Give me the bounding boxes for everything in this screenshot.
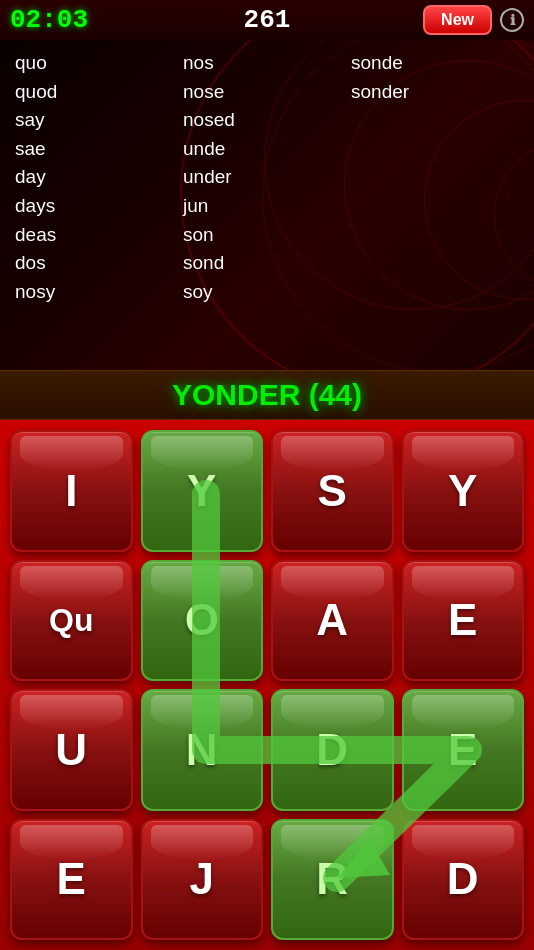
- word-item: sonde: [351, 50, 519, 77]
- word-item: son: [183, 222, 351, 249]
- letter-tile-n[interactable]: N: [141, 689, 264, 811]
- word-item: sae: [15, 136, 183, 163]
- word-item: under: [183, 164, 351, 191]
- word-column-2: nosnosenosedundeunderjunsonsondsoy: [183, 50, 351, 305]
- word-list-area: quoquodsaysaedaydaysdeasdosnosy nosnosen…: [0, 40, 534, 370]
- new-game-button[interactable]: New: [423, 5, 492, 35]
- letter-tile-e[interactable]: E: [10, 819, 133, 941]
- current-word-bar: YONDER (44): [0, 370, 534, 420]
- word-item: unde: [183, 136, 351, 163]
- letter-tile-u[interactable]: U: [10, 689, 133, 811]
- word-item: nosy: [15, 279, 183, 306]
- letter-tile-i[interactable]: I: [10, 430, 133, 552]
- letter-tile-s[interactable]: S: [271, 430, 394, 552]
- letter-tile-e[interactable]: E: [402, 560, 525, 682]
- letter-tile-e[interactable]: E: [402, 689, 525, 811]
- word-item: nos: [183, 50, 351, 77]
- current-word-display: YONDER (44): [172, 378, 362, 412]
- letter-tile-y[interactable]: Y: [141, 430, 264, 552]
- letter-tile-a[interactable]: A: [271, 560, 394, 682]
- header: 02:03 261 New ℹ: [0, 0, 534, 40]
- word-item: days: [15, 193, 183, 220]
- word-item: day: [15, 164, 183, 191]
- word-item: say: [15, 107, 183, 134]
- letter-tile-d[interactable]: D: [402, 819, 525, 941]
- word-item: sonder: [351, 79, 519, 106]
- letter-tile-y[interactable]: Y: [402, 430, 525, 552]
- letter-tile-r[interactable]: R: [271, 819, 394, 941]
- info-icon: ℹ: [510, 12, 515, 28]
- word-column-3: sondesonder: [351, 50, 519, 305]
- letter-tile-j[interactable]: J: [141, 819, 264, 941]
- word-item: soy: [183, 279, 351, 306]
- word-item: quo: [15, 50, 183, 77]
- info-button[interactable]: ℹ: [500, 8, 524, 32]
- word-item: nosed: [183, 107, 351, 134]
- timer-display: 02:03: [10, 5, 88, 35]
- word-item: nose: [183, 79, 351, 106]
- word-item: dos: [15, 250, 183, 277]
- letter-tile-o[interactable]: O: [141, 560, 264, 682]
- letter-tile-d[interactable]: D: [271, 689, 394, 811]
- letter-tile-qu[interactable]: Qu: [10, 560, 133, 682]
- word-item: jun: [183, 193, 351, 220]
- word-item: quod: [15, 79, 183, 106]
- word-columns: quoquodsaysaedaydaysdeasdosnosy nosnosen…: [15, 50, 519, 305]
- word-column-1: quoquodsaysaedaydaysdeasdosnosy: [15, 50, 183, 305]
- word-item: sond: [183, 250, 351, 277]
- word-item: deas: [15, 222, 183, 249]
- score-display: 261: [244, 5, 291, 35]
- header-right: New ℹ: [423, 5, 524, 35]
- letter-grid: IYSYQuOAEUNDEEJRD: [0, 420, 534, 950]
